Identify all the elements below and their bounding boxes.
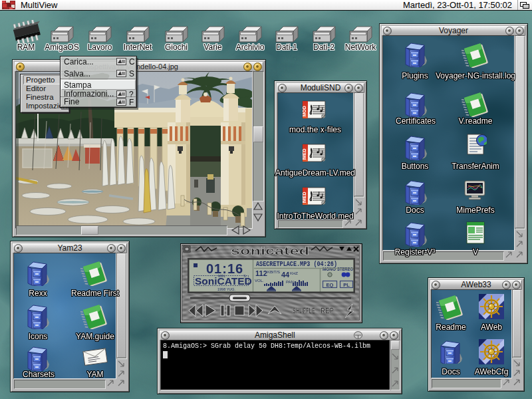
svg-text:KBIT/S: KBIT/S	[267, 270, 280, 274]
svg-text:112: 112	[255, 269, 267, 277]
svg-text:sonicated: sonicated	[231, 245, 309, 257]
svg-text:KHZ: KHZ	[290, 271, 298, 275]
svg-text:SoniCATED: SoniCATED	[195, 275, 252, 287]
svg-text:STEREO: STEREO	[337, 267, 353, 271]
svg-text:1998 YUG.: 1998 YUG.	[217, 287, 236, 291]
svg-text:EQ: EQ	[327, 282, 334, 288]
svg-text:SHUFFLE: SHUFFLE	[293, 307, 315, 315]
svg-text:REP: REP	[321, 307, 334, 315]
svg-text:44: 44	[281, 271, 290, 279]
svg-text:VOL.: VOL.	[255, 279, 264, 283]
svg-text:MONO: MONO	[323, 267, 336, 271]
svg-text:PL: PL	[343, 282, 350, 288]
